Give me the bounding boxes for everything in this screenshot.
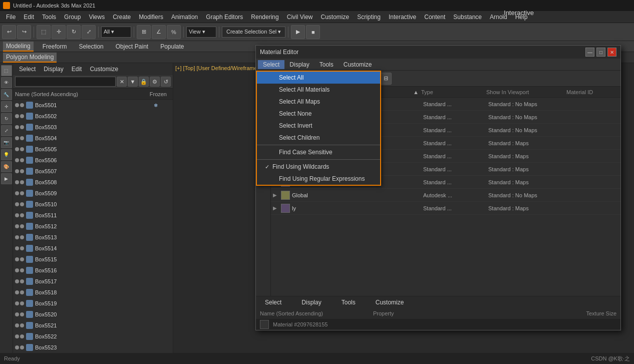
menu-item-animation[interactable]: Animation xyxy=(167,13,202,22)
view-dropdown[interactable]: View ▾ xyxy=(186,27,216,38)
list-item[interactable]: Box5521 xyxy=(13,320,173,331)
select-filter[interactable]: All ▾ xyxy=(101,27,131,38)
settings-btn[interactable]: ⚙ xyxy=(150,77,160,87)
material-row[interactable]: ▶ Global Autodesk ... Standard : No Maps xyxy=(271,189,620,202)
snap-btn[interactable]: ⊞ xyxy=(137,25,151,39)
percent-snap-btn[interactable]: % xyxy=(167,25,181,39)
me-menu-tools[interactable]: Tools xyxy=(314,60,339,69)
list-item[interactable]: Box5504 xyxy=(13,133,173,144)
me-close-btn[interactable]: ✕ xyxy=(607,48,616,57)
menu-item-modifiers[interactable]: Modifiers xyxy=(135,13,167,22)
tab-selection[interactable]: Selection xyxy=(76,42,106,51)
side-icon-tools[interactable]: 🔧 xyxy=(1,89,12,100)
dropdown-item-find-using-regular-expressions[interactable]: Find Using Regular Expressions xyxy=(257,173,380,185)
dropdown-item-select-all-materials[interactable]: Select All Materials xyxy=(257,84,380,96)
menu-item-rendering[interactable]: Rendering xyxy=(247,13,282,22)
side-icon-rotate[interactable]: ↻ xyxy=(1,113,12,124)
undo-btn[interactable]: ↩ xyxy=(2,25,16,39)
move-btn[interactable]: ✛ xyxy=(52,25,66,39)
list-item[interactable]: Box5520 xyxy=(13,309,173,320)
filter-btn[interactable]: ▼ xyxy=(128,77,138,87)
me-toolbar-btn10[interactable]: ⊟ xyxy=(380,73,392,85)
me-bottom-customize[interactable]: Customize xyxy=(371,298,409,307)
menu-item-content[interactable]: Content xyxy=(420,13,449,22)
scene-search-input[interactable] xyxy=(15,77,116,87)
side-icon-move[interactable]: ✛ xyxy=(1,101,12,112)
side-icon-camera[interactable]: 📷 xyxy=(1,137,12,148)
list-item[interactable]: Box5503 xyxy=(13,122,173,133)
side-icon-scale[interactable]: ⤢ xyxy=(1,125,12,136)
render-setup-btn[interactable]: ▶ xyxy=(291,25,305,39)
create-selection-btn[interactable]: Create Selection Sel ▾ xyxy=(222,27,285,38)
list-item[interactable]: Box5519 xyxy=(13,298,173,309)
side-icon-render[interactable]: ▶ xyxy=(1,173,12,184)
menu-item-tools[interactable]: Tools xyxy=(38,13,60,22)
tab-freeform[interactable]: Freeform xyxy=(40,42,70,51)
list-item[interactable]: Box5508 xyxy=(13,177,173,188)
angle-snap-btn[interactable]: ∠ xyxy=(152,25,166,39)
list-item[interactable]: Box5510 xyxy=(13,199,173,210)
dropdown-item-select-all[interactable]: Select All xyxy=(257,72,380,84)
tab-modeling[interactable]: Modeling xyxy=(3,42,34,52)
list-item[interactable]: Box5512 xyxy=(13,221,173,232)
list-item[interactable]: Box5516 xyxy=(13,265,173,276)
list-item[interactable]: Box5511 xyxy=(13,210,173,221)
me-bottom-tools[interactable]: Tools xyxy=(337,298,361,307)
menu-item-civil view[interactable]: Civil View xyxy=(283,13,317,22)
clear-search-btn[interactable]: ✕ xyxy=(117,77,127,87)
list-item[interactable]: Box5517 xyxy=(13,276,173,287)
list-item[interactable]: Box5513 xyxy=(13,232,173,243)
dropdown-item-find-case-sensitive[interactable]: Find Case Sensitive xyxy=(257,146,380,158)
list-item[interactable]: Box5515 xyxy=(13,254,173,265)
list-item[interactable]: Box5523 xyxy=(13,342,173,353)
list-item[interactable]: Box5501 ❄ xyxy=(13,100,173,111)
object-list[interactable]: Box5501 ❄ Box5502 Box5503 Box5 xyxy=(13,100,173,364)
me-menu-customize[interactable]: Customize xyxy=(339,60,377,69)
me-menu-select[interactable]: Select xyxy=(258,60,284,69)
refresh-btn[interactable]: ↺ xyxy=(161,77,171,87)
lp-tab-display[interactable]: Display xyxy=(40,65,67,74)
menu-item-views[interactable]: Views xyxy=(85,13,109,22)
me-bottom-display[interactable]: Display xyxy=(296,298,326,307)
sub-tab-polygon-modeling[interactable]: Polygon Modeling xyxy=(3,53,57,63)
dropdown-item-select-none[interactable]: Select None xyxy=(257,108,380,120)
menu-item-customize[interactable]: Customize xyxy=(317,13,354,22)
side-icon-select[interactable]: ⬚ xyxy=(1,65,12,76)
dropdown-item-find-using-wildcards[interactable]: Find Using Wildcards xyxy=(257,161,380,173)
list-item[interactable]: Box5518 xyxy=(13,287,173,298)
lp-tab-customize[interactable]: Customize xyxy=(86,65,122,74)
dropdown-item-select-invert[interactable]: Select Invert xyxy=(257,120,380,132)
side-icon-display[interactable]: 👁 xyxy=(1,77,12,88)
me-bottom-select[interactable]: Select xyxy=(260,298,286,307)
list-item[interactable]: Box5514 xyxy=(13,243,173,254)
select-btn[interactable]: ⬚ xyxy=(37,25,51,39)
list-item[interactable]: Box5507 xyxy=(13,166,173,177)
dropdown-item-select-all-maps[interactable]: Select All Maps xyxy=(257,96,380,108)
rotate-btn[interactable]: ↻ xyxy=(67,25,81,39)
menu-item-scripting[interactable]: Scripting xyxy=(353,13,385,22)
lock-btn[interactable]: 🔒 xyxy=(139,77,149,87)
list-item[interactable]: Box5505 xyxy=(13,144,173,155)
render-btn[interactable]: ■ xyxy=(306,25,320,39)
me-maximize-btn[interactable]: □ xyxy=(596,48,605,57)
lp-tab-edit[interactable]: Edit xyxy=(68,65,86,74)
menu-item-substance[interactable]: Substance xyxy=(449,13,486,22)
scale-btn[interactable]: ⤢ xyxy=(82,25,96,39)
menu-item-group[interactable]: Group xyxy=(60,13,85,22)
list-item[interactable]: Box5522 xyxy=(13,331,173,342)
material-row[interactable]: ▶ ly Standard ... Standard : Maps xyxy=(271,202,620,215)
dropdown-item-select-children[interactable]: Select Children xyxy=(257,132,380,144)
menu-item-edit[interactable]: Edit xyxy=(20,13,38,22)
tab-objectpaint[interactable]: Object Paint xyxy=(113,42,151,51)
me-minimize-btn[interactable]: — xyxy=(585,48,594,57)
list-item[interactable]: Box5506 xyxy=(13,155,173,166)
side-icon-light[interactable]: 💡 xyxy=(1,149,12,160)
lp-tab-select[interactable]: Select xyxy=(15,65,40,74)
menu-item-graph editors[interactable]: Graph Editors xyxy=(202,13,247,22)
side-icon-material[interactable]: 🎨 xyxy=(1,161,12,172)
menu-item-file[interactable]: File xyxy=(2,13,20,22)
tab-populate[interactable]: Populate xyxy=(157,42,187,51)
list-item[interactable]: Box5509 xyxy=(13,188,173,199)
list-item[interactable]: Box5502 xyxy=(13,111,173,122)
menu-item-interactive[interactable]: Interactive xyxy=(385,13,420,22)
